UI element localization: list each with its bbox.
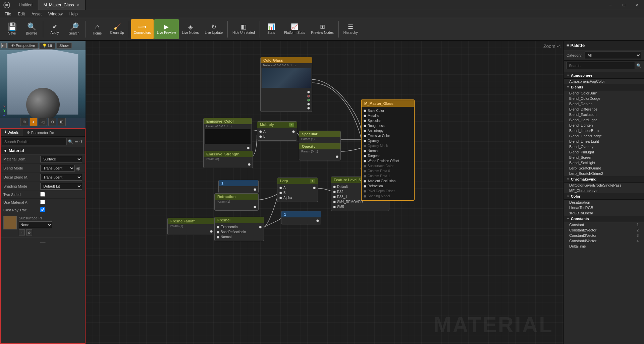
vp-btn-4[interactable]: ⊙	[48, 118, 56, 126]
eye-icon[interactable]: 👁	[79, 139, 84, 144]
tab-parameter-de[interactable]: ⊙ Parameter De	[23, 129, 58, 136]
node-graph[interactable]: Zoom -4 MATERIAL	[86, 41, 564, 344]
palette-item-blend-hardlight[interactable]: Blend_HardLight	[564, 117, 644, 123]
node-one-2[interactable]: 1	[281, 211, 321, 224]
toolbar-divider-3	[129, 21, 129, 38]
apply-button[interactable]: ✔ Apply	[45, 19, 64, 39]
palette-section-atmosphere[interactable]: ▼ Atmosphere	[564, 72, 644, 79]
palette-section-constants[interactable]: ▼ Constants	[564, 216, 644, 222]
two-sided-checkbox[interactable]	[40, 192, 45, 197]
palette-item-blend-exclusion[interactable]: Blend_Exclusion	[564, 112, 644, 117]
vp-btn-2[interactable]: ●	[30, 118, 38, 126]
palette-item-mf-chromakeyer[interactable]: MF_Chromakeyer	[564, 188, 644, 193]
node-fresnel-falloff[interactable]: FresnelFalloff Param (1)	[167, 218, 215, 235]
hierarchy-button[interactable]: ☰ Hierarchy	[341, 19, 361, 39]
menu-asset[interactable]: Asset	[28, 10, 45, 18]
palette-item-blend-screen[interactable]: Blend_Screen	[564, 155, 644, 160]
palette-item-constant[interactable]: Constant 1	[564, 222, 644, 227]
palette-item-constant2vector[interactable]: Constant2Vector 2	[564, 227, 644, 233]
node-fresnel[interactable]: Fresnel ExponentIn BaseReflectionIn Norm…	[214, 217, 264, 241]
palette-item-srgbtolinear[interactable]: sRGBToLinear	[564, 210, 644, 216]
palette-item-blend-pinlight[interactable]: Blend_PinLight	[564, 149, 644, 155]
tab-master-glass[interactable]: M_Master_Glass ✕	[38, 0, 86, 10]
palette-item-atmosphericfogcolor[interactable]: AtmosphericFogColor	[564, 79, 644, 84]
menu-file[interactable]: File	[1, 10, 14, 18]
palette-item-blend-darken[interactable]: Blend_Darken	[564, 101, 644, 107]
shading-mode-dropdown[interactable]: Default Lit	[40, 183, 82, 190]
palette-item-blend-lighten[interactable]: Blend_Lighten	[564, 123, 644, 128]
tab-close-icon[interactable]: ✕	[76, 3, 80, 7]
subsurface-swatch[interactable]	[3, 216, 17, 229]
live-nodes-button[interactable]: ◈ Live Nodes	[179, 19, 202, 39]
browse-button[interactable]: 🔍 Browse	[22, 19, 41, 39]
node-one-1[interactable]: 1	[218, 180, 259, 193]
palette-item-blend-colordodge[interactable]: Blend_ColorDodge	[564, 96, 644, 101]
menu-help[interactable]: Help	[66, 10, 81, 18]
subsurface-arrow-icon[interactable]: ←	[19, 229, 25, 235]
vp-btn-5[interactable]: ⊞	[58, 118, 66, 126]
palette-item-constant3vector[interactable]: Constant3Vector 3	[564, 233, 644, 238]
palette-item-diffcolorkeyer[interactable]: DiffColorKeyerErodeSinglePass	[564, 183, 644, 188]
vp-btn-3[interactable]: ◁	[39, 118, 47, 126]
menu-window[interactable]: Window	[45, 10, 66, 18]
blend-mode-dropdown[interactable]: Translucent	[40, 165, 75, 171]
viewport-menu-icon[interactable]: ▾	[1, 43, 7, 48]
list-icon[interactable]: ☰	[74, 139, 78, 144]
connectors-button[interactable]: ⟿ Connectors	[131, 19, 154, 39]
maximize-button[interactable]: □	[617, 0, 631, 10]
save-button[interactable]: 💾 Save	[3, 19, 21, 39]
node-master-glass[interactable]: M_Master_Glass Base Color Metallic Specu…	[361, 99, 415, 201]
palette-category-dropdown[interactable]: All	[585, 52, 641, 59]
hide-unrelated-button[interactable]: ◧ Hide Unrelated	[230, 19, 258, 39]
palette-section-color[interactable]: ▼ Color	[564, 193, 644, 200]
palette-item-blend-colorburn[interactable]: Blend_ColorBurn	[564, 90, 644, 96]
minimize-button[interactable]: −	[604, 0, 617, 10]
palette-item-blend-linearlight[interactable]: Blend_LinearLight	[564, 139, 644, 144]
home-button[interactable]: ⌂ Home	[88, 19, 107, 39]
palette-item-blend-lineardodge[interactable]: Blend_LinearDodge	[564, 133, 644, 139]
node-multiply[interactable]: Multiply ▼ A B	[257, 121, 297, 141]
close-button[interactable]: ✕	[631, 0, 644, 10]
palette-item-blend-overlay[interactable]: Blend_Overlay	[564, 144, 644, 149]
palette-section-blends[interactable]: ▼ Blends	[564, 84, 644, 90]
palette-item-desaturation[interactable]: Desaturation	[564, 200, 644, 205]
palette-item-blend-softlight[interactable]: Blend_SoftLight	[564, 160, 644, 165]
node-opacity[interactable]: Opacity Param (0, 1)	[299, 143, 341, 160]
subsurface-search-icon[interactable]: ⊙	[26, 229, 32, 235]
cleanup-button[interactable]: 🧹 Clean Up	[107, 19, 127, 39]
palette-item-blend-difference[interactable]: Blend_Difference	[564, 107, 644, 112]
preview-nodes-button[interactable]: ⊞ Preview Nodes	[308, 19, 336, 39]
palette-item-lineartosrgb[interactable]: LinearTosRGB	[564, 205, 644, 210]
vp-btn-1[interactable]: ⊕	[20, 118, 28, 126]
tab-details[interactable]: ℹ Details	[1, 129, 23, 136]
palette-item-lerp-scratchgrime[interactable]: Lerp_ScratchGrime	[564, 165, 644, 171]
perspective-button[interactable]: 👁 Perspective	[8, 43, 38, 49]
palette-item-blend-linearburn[interactable]: Blend_LinearBurn	[564, 128, 644, 133]
subsurface-dropdown[interactable]: None	[19, 221, 52, 228]
stats-button[interactable]: 📊 Stats	[262, 19, 281, 39]
palette-item-lerp-scratchgrime2[interactable]: Lerp_ScratchGrime2	[564, 171, 644, 176]
decal-blend-dropdown[interactable]: Translucent	[40, 174, 82, 181]
palette-item-constant4vector[interactable]: Constant4Vector 4	[564, 238, 644, 244]
tab-untitled[interactable]: Untitled	[13, 0, 38, 10]
node-refraction[interactable]: Refraction Param (1)	[214, 193, 259, 211]
use-material-checkbox[interactable]	[40, 200, 45, 204]
cast-ray-checkbox[interactable]	[40, 207, 45, 212]
palette-section-chromakeying[interactable]: ▼ Chromakeying	[564, 176, 644, 183]
pin-row: A	[277, 185, 318, 190]
menu-edit[interactable]: Edit	[14, 10, 28, 18]
platform-stats-button[interactable]: 📈 Platform Stats	[281, 19, 308, 39]
palette-search-input[interactable]	[567, 62, 635, 69]
details-search-input[interactable]	[2, 138, 67, 145]
node-colorglass[interactable]: ColorGlass Texture (0.0,0.0,0.0, 1...)	[260, 57, 312, 112]
search-button[interactable]: 🔎 Search	[65, 19, 84, 39]
live-update-button[interactable]: ↻ Live Update	[202, 19, 225, 39]
show-button[interactable]: Show	[56, 43, 72, 49]
node-lerp[interactable]: Lerp ▼ A B Alpha	[277, 178, 318, 202]
palette-item-deltatime[interactable]: DeltaTime	[564, 244, 644, 249]
node-emissive-strength[interactable]: Emissive_Strength Param (0)	[203, 151, 253, 168]
viewport-container[interactable]: ▾ 👁 Perspective 💡 Lit Show X Y Z ⊕	[0, 41, 86, 128]
material-domain-dropdown[interactable]: Surface	[40, 156, 82, 162]
live-preview-button[interactable]: ▶ Live Preview	[154, 19, 179, 39]
lit-button[interactable]: 💡 Lit	[39, 43, 55, 49]
